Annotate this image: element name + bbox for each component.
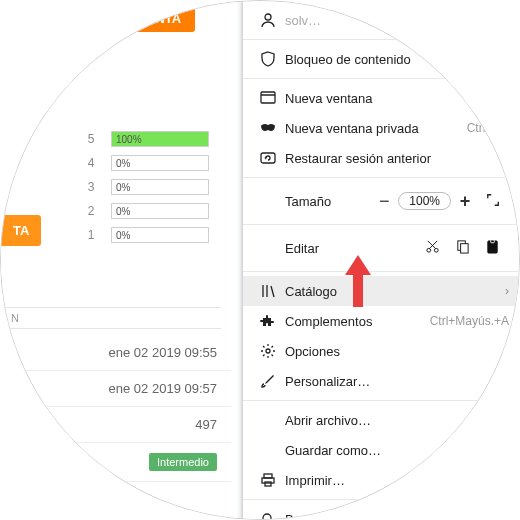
page-background: R CUENTA 5 100% 4 0% 3 0% 2 0% 1 0% [1,1,237,520]
gear-icon [257,343,279,359]
menu-item-restore-session[interactable]: Restaurar sesión anterior [243,143,519,173]
paintbrush-icon [257,373,279,389]
menu-item-options[interactable]: Opciones [243,336,519,366]
side-tab[interactable]: TA [1,215,41,246]
paste-icon[interactable] [477,239,507,257]
shield-icon [257,51,279,67]
menu-item-customize[interactable]: Personalizar… [243,366,519,396]
restore-icon [257,150,279,166]
cut-icon[interactable] [417,239,447,257]
svg-point-19 [263,514,271,520]
svg-point-5 [434,248,438,252]
svg-line-14 [271,286,274,297]
library-icon [257,283,279,299]
menu-item-save-as[interactable]: Guardar como… Ctr [243,435,519,465]
rating-row: 5 100% [81,127,209,151]
rating-row: 2 0% [81,199,209,223]
chevron-right-icon: › [505,284,509,298]
svg-rect-18 [265,482,271,486]
list-item: Intermedio [1,443,231,482]
zoom-value[interactable]: 100% [398,192,451,210]
menu-item-open-file[interactable]: Abrir archivo… [243,405,519,435]
window-icon [257,90,279,106]
menu-item-catalog[interactable]: Catálogo › [243,276,519,306]
list-item: 497 [1,407,231,443]
printer-icon [257,472,279,488]
fullscreen-icon[interactable] [479,191,507,212]
menu-item-content-blocking[interactable]: Bloqueo de contenido [243,44,519,74]
app-menu: solv… Bloqueo de contenido Nueva ventana… [243,1,519,520]
search-icon [257,511,279,520]
rating-row: 4 0% [81,151,209,175]
list-item: ene 02 2019 09:55 [1,335,231,371]
copy-icon[interactable] [447,239,477,257]
rating-row: 1 0% [81,223,209,247]
level-badge: Intermedio [149,453,217,471]
svg-line-7 [427,241,435,249]
svg-line-6 [429,241,437,249]
svg-rect-3 [261,153,275,163]
menu-item-addons[interactable]: Complementos Ctrl+Mayús.+A [243,306,519,336]
user-icon [257,12,279,28]
svg-rect-9 [460,244,468,253]
menu-item-truncated[interactable]: solv… [243,5,519,35]
menu-item-print[interactable]: Imprimir… [243,465,519,495]
rating-row: 3 0% [81,175,209,199]
svg-point-4 [426,248,430,252]
svg-point-0 [265,14,271,20]
account-button[interactable]: R CUENTA [101,5,195,32]
zoom-out-button[interactable]: − [370,191,398,212]
zoom-in-button[interactable]: + [451,191,479,212]
zoom-controls: Tamaño − 100% + [243,182,519,220]
list-item: ene 02 2019 09:57 [1,371,231,407]
svg-rect-11 [490,240,494,243]
section-header: N [1,307,221,329]
svg-rect-1 [261,92,275,103]
ratings-block: 5 100% 4 0% 3 0% 2 0% 1 0% [81,127,209,247]
menu-item-new-window[interactable]: Nueva ventana [243,83,519,113]
puzzle-icon [257,313,279,329]
menu-item-find[interactable]: Buscar en esta página… [243,504,519,520]
list: ene 02 2019 09:55 ene 02 2019 09:57 497 … [1,335,231,482]
edit-controls: Editar [243,229,519,267]
svg-point-15 [266,349,270,353]
menu-item-new-private-window[interactable]: Nueva ventana privada Ctrl+Ma [243,113,519,143]
mask-icon [257,120,279,136]
